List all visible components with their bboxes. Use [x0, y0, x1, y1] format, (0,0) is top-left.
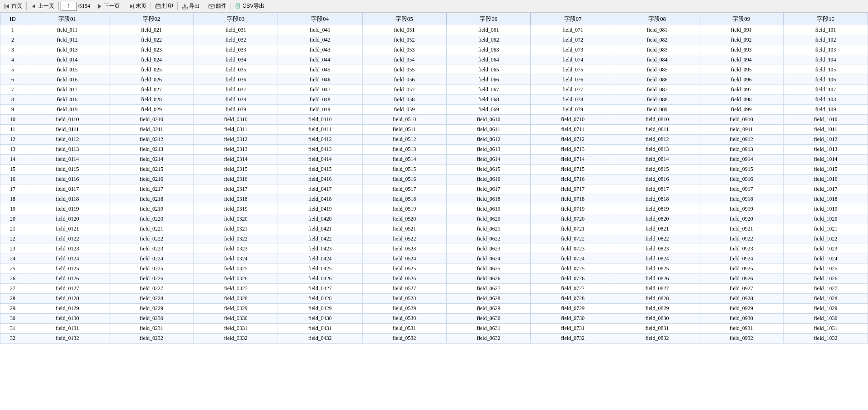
col-header-field-06: 字段06 — [446, 13, 530, 25]
cell-value: field_0827 — [615, 284, 699, 294]
first-page-label: 首页 — [11, 2, 22, 10]
cell-value: field_099 — [699, 105, 783, 115]
cell-value: field_0813 — [615, 145, 699, 155]
cell-value: field_038 — [193, 95, 278, 105]
page-input[interactable] — [61, 2, 77, 11]
cell-value: field_069 — [446, 105, 530, 115]
cell-value: field_1022 — [783, 234, 868, 244]
export-button[interactable]: 导出 — [179, 1, 202, 11]
table-row: 14field_0114field_0214field_0314field_04… — [0, 155, 868, 165]
last-page-button[interactable]: 末页 — [126, 1, 149, 11]
cell-value: field_042 — [278, 35, 362, 45]
cell-value: field_0218 — [109, 194, 193, 204]
cell-value: field_0916 — [699, 174, 783, 184]
cell-value: field_0323 — [193, 244, 278, 254]
cell-value: field_044 — [278, 55, 362, 65]
cell-value: field_0516 — [362, 174, 446, 184]
cell-value: field_0927 — [699, 284, 783, 294]
export-icon — [182, 3, 188, 9]
cell-value: field_0430 — [278, 314, 362, 324]
cell-value: field_0224 — [109, 254, 193, 264]
cell-value: field_0118 — [25, 194, 109, 204]
separator-3 — [92, 2, 92, 10]
cell-value: field_0619 — [446, 204, 530, 214]
cell-value: field_0523 — [362, 244, 446, 254]
cell-value: field_071 — [531, 25, 615, 35]
cell-value: field_0326 — [193, 274, 278, 284]
cell-value: field_067 — [446, 85, 530, 95]
cell-value: field_054 — [362, 55, 446, 65]
cell-value: field_0130 — [25, 314, 109, 324]
cell-value: field_0724 — [531, 254, 615, 264]
cell-value: field_0422 — [278, 234, 362, 244]
cell-value: field_1017 — [783, 184, 868, 194]
cell-value: field_0630 — [446, 314, 530, 324]
svg-rect-8 — [156, 7, 160, 9]
cell-value: field_0618 — [446, 194, 530, 204]
cell-value: field_051 — [362, 25, 446, 35]
prev-page-button[interactable]: 上一页 — [28, 1, 57, 11]
cell-value: field_0113 — [25, 145, 109, 155]
cell-value: field_0421 — [278, 224, 362, 234]
cell-value: field_1018 — [783, 194, 868, 204]
cell-value: field_0431 — [278, 324, 362, 334]
table-row: 6field_016field_026field_036field_046fie… — [0, 75, 868, 85]
cell-id: 30 — [0, 314, 25, 324]
cell-value: field_0215 — [109, 165, 193, 174]
cell-value: field_0221 — [109, 224, 193, 234]
table-row: 4field_014field_024field_034field_044fie… — [0, 55, 868, 65]
table-row: 27field_0127field_0227field_0327field_04… — [0, 284, 868, 294]
cell-value: field_103 — [783, 45, 868, 55]
table-row: 25field_0125field_0225field_0325field_04… — [0, 264, 868, 274]
separator-6 — [177, 2, 178, 10]
cell-value: field_0132 — [25, 334, 109, 344]
cell-value: field_0713 — [531, 145, 615, 155]
svg-marker-4 — [130, 4, 133, 9]
cell-value: field_0718 — [531, 194, 615, 204]
cell-value: field_108 — [783, 95, 868, 105]
col-header-field-01: 字段01 — [25, 13, 109, 25]
mail-button[interactable]: 邮件 — [206, 1, 229, 11]
cell-id: 31 — [0, 324, 25, 334]
cell-value: field_0830 — [615, 314, 699, 324]
cell-value: field_0824 — [615, 254, 699, 264]
cell-value: field_0310 — [193, 115, 278, 125]
cell-value: field_032 — [193, 35, 278, 45]
cell-value: field_018 — [25, 95, 109, 105]
cell-value: field_1032 — [783, 334, 868, 344]
svg-rect-0 — [5, 4, 5, 9]
cell-value: field_106 — [783, 75, 868, 85]
cell-value: field_0228 — [109, 294, 193, 304]
print-button[interactable]: 打印 — [153, 1, 175, 11]
cell-value: field_062 — [446, 35, 530, 45]
cell-value: field_061 — [446, 25, 530, 35]
cell-id: 25 — [0, 264, 25, 274]
cell-value: field_0919 — [699, 204, 783, 214]
cell-id: 28 — [0, 294, 25, 304]
cell-id: 20 — [0, 214, 25, 224]
cell-value: field_031 — [193, 25, 278, 35]
csv-export-button[interactable]: CSV导出 — [233, 1, 267, 11]
cell-value: field_0620 — [446, 214, 530, 224]
cell-value: field_0715 — [531, 165, 615, 174]
cell-value: field_0332 — [193, 334, 278, 344]
cell-value: field_0418 — [278, 194, 362, 204]
cell-value: field_0922 — [699, 234, 783, 244]
cell-value: field_015 — [25, 65, 109, 75]
cell-value: field_0532 — [362, 334, 446, 344]
cell-value: field_095 — [699, 65, 783, 75]
table-row: 3field_013field_023field_033field_043fie… — [0, 45, 868, 55]
col-header-field-04: 字段04 — [278, 13, 362, 25]
cell-value: field_0527 — [362, 284, 446, 294]
next-page-button[interactable]: 下一页 — [94, 1, 122, 11]
cell-value: field_0119 — [25, 204, 109, 214]
table-row: 1field_011field_021field_031field_041fie… — [0, 25, 868, 35]
cell-value: field_0231 — [109, 324, 193, 334]
cell-value: field_0629 — [446, 304, 530, 314]
cell-value: field_014 — [25, 55, 109, 65]
cell-value: field_0723 — [531, 244, 615, 254]
cell-value: field_0820 — [615, 214, 699, 224]
cell-value: field_1014 — [783, 155, 868, 165]
table-row: 9field_019field_029field_039field_049fie… — [0, 105, 868, 115]
first-page-button[interactable]: 首页 — [2, 1, 24, 11]
